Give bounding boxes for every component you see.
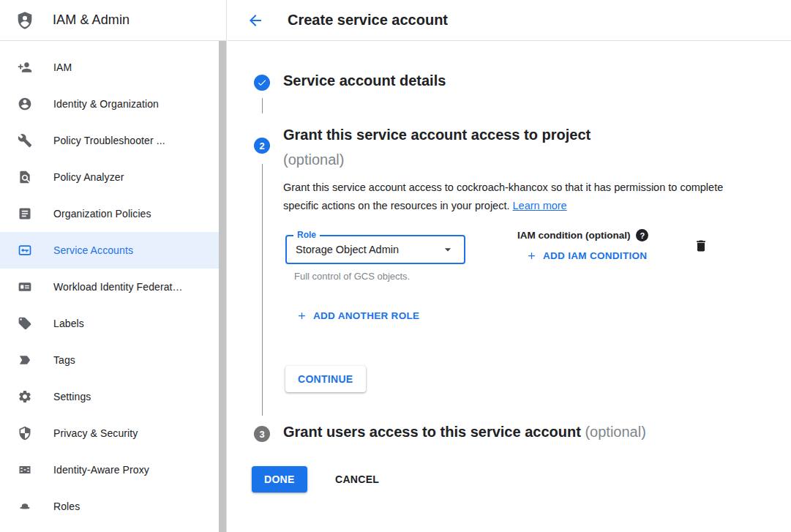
sidebar-item-organization-policies[interactable]: Organization Policies	[0, 195, 226, 232]
role-dropdown[interactable]: Role Storage Object Admin	[285, 235, 465, 264]
tag-arrow-icon	[18, 353, 32, 367]
trash-icon	[694, 239, 708, 253]
plus-icon	[526, 250, 537, 261]
step-connector-line	[262, 98, 263, 113]
step1-title: Service account details	[283, 72, 446, 89]
sidebar-header: IAM & Admin	[0, 0, 226, 41]
step1-completed-indicator	[254, 75, 270, 91]
sidebar-item-iam[interactable]: IAM	[0, 49, 226, 86]
sidebar-item-label: Settings	[53, 391, 91, 402]
identity-card-icon	[18, 280, 32, 294]
person-add-icon	[18, 60, 32, 75]
sidebar-item-settings[interactable]: Settings	[0, 378, 226, 415]
step2-title: Grant this service account access to pro…	[283, 122, 591, 172]
proxy-board-icon	[18, 462, 32, 477]
create-service-account-form: Service account details 2 Grant this ser…	[228, 41, 791, 532]
learn-more-link[interactable]: Learn more	[513, 200, 567, 211]
step2-optional-label: (optional)	[283, 147, 591, 172]
sidebar-item-label: Identity & Organization	[53, 98, 159, 110]
wrench-icon	[18, 133, 32, 148]
sidebar-item-service-accounts[interactable]: Service Accounts	[0, 232, 226, 269]
label-tag-icon	[18, 316, 32, 331]
sidebar-item-label: Identity-Aware Proxy	[53, 464, 149, 476]
help-icon[interactable]: ?	[636, 229, 648, 241]
sidebar-item-workload-identity-federation[interactable]: Workload Identity Federat…	[0, 269, 226, 305]
done-button[interactable]: DONE	[252, 466, 307, 492]
dropdown-arrow-icon	[441, 242, 455, 257]
sidebar-item-roles[interactable]: Roles	[0, 488, 226, 525]
sidebar-item-policy-troubleshooter[interactable]: Policy Troubleshooter ...	[0, 122, 226, 159]
main-panel: Create service account Service account d…	[228, 0, 791, 532]
add-another-role-button[interactable]: ADD ANOTHER ROLE	[296, 310, 419, 321]
step2-indicator: 2	[254, 138, 270, 154]
sidebar-item-label: Roles	[53, 501, 80, 512]
role-selected-value: Storage Object Admin	[296, 244, 441, 255]
main-header: Create service account	[228, 0, 791, 41]
sidebar-nav: IAM Identity & Organization Policy Troub…	[0, 41, 226, 525]
role-helper-text: Full control of GCS objects.	[294, 271, 410, 282]
back-arrow-icon[interactable]	[247, 12, 264, 29]
cancel-button[interactable]: CANCEL	[323, 466, 391, 492]
sidebar-item-label: Policy Analyzer	[53, 171, 124, 183]
page-title: Create service account	[288, 12, 448, 29]
step3-optional-label: (optional)	[585, 424, 645, 440]
step-connector-line	[262, 164, 263, 416]
gear-icon	[18, 389, 32, 404]
sidebar-item-label: Policy Troubleshooter ...	[53, 135, 165, 146]
sidebar-scrollbar-thumb[interactable]	[219, 41, 226, 532]
sidebar-item-label: Labels	[53, 318, 84, 329]
service-account-key-icon	[18, 243, 32, 258]
continue-button[interactable]: CONTINUE	[285, 366, 366, 392]
check-icon	[257, 78, 267, 88]
step2-description: Grant this service account access to coc…	[283, 179, 725, 215]
step3-number: 3	[259, 429, 264, 440]
iam-condition-header: IAM condition (optional) ?	[517, 229, 648, 241]
sidebar-item-policy-analyzer[interactable]: Policy Analyzer	[0, 159, 226, 195]
gcp-console-app: IAM & Admin IAM Identity & Organization …	[0, 0, 791, 532]
identity-person-circle-icon	[18, 97, 32, 111]
hat-icon	[18, 499, 32, 514]
role-field-label: Role	[293, 230, 320, 240]
sidebar-item-tags[interactable]: Tags	[0, 342, 226, 378]
document-search-icon	[18, 170, 32, 184]
iam-admin-sidebar: IAM & Admin IAM Identity & Organization …	[0, 0, 227, 532]
sidebar-title: IAM & Admin	[53, 12, 130, 28]
sidebar-item-identity-organization[interactable]: Identity & Organization	[0, 86, 226, 122]
sidebar-item-identity-aware-proxy[interactable]: Identity-Aware Proxy	[0, 452, 226, 488]
plus-icon	[296, 310, 307, 321]
step3-title: Grant users access to this service accou…	[283, 424, 646, 441]
delete-role-button[interactable]	[694, 239, 710, 255]
sidebar-item-label: Service Accounts	[53, 244, 133, 256]
document-lines-icon	[18, 206, 32, 221]
sidebar-scrollbar[interactable]	[219, 41, 226, 532]
sidebar-item-label: Tags	[53, 354, 75, 366]
step2-number: 2	[259, 141, 264, 151]
step3-indicator: 3	[254, 426, 270, 442]
sidebar-item-label: Organization Policies	[53, 208, 151, 220]
sidebar-item-privacy-security[interactable]: Privacy & Security	[0, 415, 226, 452]
sidebar-item-label: IAM	[53, 61, 72, 73]
sidebar-item-label: Privacy & Security	[53, 427, 138, 439]
security-shield-icon	[18, 426, 32, 441]
add-iam-condition-button[interactable]: ADD IAM CONDITION	[526, 250, 647, 261]
iam-condition-label: IAM condition (optional)	[517, 230, 630, 241]
iam-admin-shield-icon	[15, 10, 35, 31]
sidebar-item-labels[interactable]: Labels	[0, 305, 226, 342]
sidebar-item-label: Workload Identity Federat…	[53, 281, 183, 293]
